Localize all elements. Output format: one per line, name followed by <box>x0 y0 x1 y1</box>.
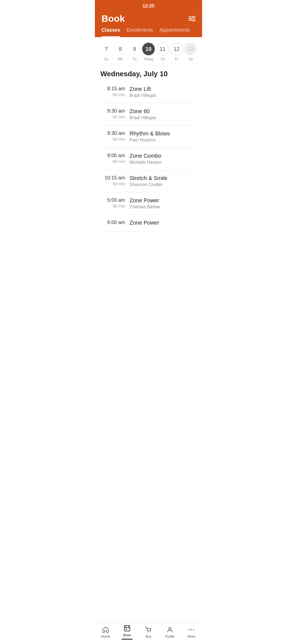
date-heading: Wednesday, July 10 <box>95 64 202 81</box>
class-item[interactable]: 6:00 am Zone Power <box>100 215 197 232</box>
class-name: Rhythm & Blows <box>130 130 197 137</box>
class-info: Zone 60 Bradi Villegas <box>130 108 197 120</box>
content-area: 7 Su 8 Mo 9 Tu 10 Today 11 Th 12 Fr 13 <box>95 37 202 257</box>
tab-bar: Classes Enrollments Appointments <box>95 24 202 37</box>
day-label-9: Tu <box>132 57 136 61</box>
svg-point-5 <box>193 20 195 21</box>
class-instructor: Pam Huckins <box>130 138 197 143</box>
day-number-12: 12 <box>170 43 183 55</box>
class-time-block: 9:30 am 60 min <box>100 108 125 119</box>
class-duration: 60 min <box>100 114 125 119</box>
day-number-10: 10 <box>142 43 155 55</box>
class-instructor: Shannon Coulter <box>130 182 197 187</box>
day-label-12: Fr <box>175 57 178 61</box>
calendar-day-13[interactable]: 13 Sa <box>184 43 197 61</box>
class-item[interactable]: 9:30 am 60 min Zone 60 Bradi Villegas <box>100 103 197 125</box>
class-info: Zone Lift Bradi Villegas <box>130 86 197 98</box>
class-info: Zone Power <box>130 220 197 227</box>
calendar-strip: 7 Su 8 Mo 9 Tu 10 Today 11 Th 12 Fr 13 <box>95 37 202 64</box>
class-item[interactable]: 10:15 am 60 min Stretch & Smile Shannon … <box>100 170 197 192</box>
class-duration: 60 min <box>100 159 125 164</box>
class-time: 9:30 am <box>100 108 125 114</box>
filter-button[interactable] <box>188 16 196 21</box>
class-info: Zone Power Chelsea Barlow <box>130 197 197 209</box>
class-instructor: Bradi Villegas <box>130 115 197 120</box>
class-time-block: 5:00 am 60 min <box>100 197 125 208</box>
day-label-7: Su <box>104 57 109 61</box>
class-instructor: Bradi Villegas <box>130 93 197 98</box>
class-instructor: Chelsea Barlow <box>130 204 197 209</box>
day-number-13: 13 <box>184 43 197 55</box>
svg-point-3 <box>190 18 191 20</box>
day-number-8: 8 <box>114 43 127 55</box>
day-label-10: Today <box>144 57 153 61</box>
class-name: Zone Lift <box>130 86 197 92</box>
day-label-13: Sa <box>188 57 193 61</box>
day-number-11: 11 <box>156 43 169 55</box>
class-info: Stretch & Smile Shannon Coulter <box>130 175 197 187</box>
class-name: Stretch & Smile <box>130 175 197 181</box>
class-name: Zone Power <box>130 197 197 204</box>
calendar-day-12[interactable]: 12 Fr <box>170 43 183 61</box>
page-title: Book <box>101 13 125 24</box>
tab-classes[interactable]: Classes <box>101 27 120 37</box>
class-list: 8:15 am 60 min Zone Lift Bradi Villegas … <box>95 81 202 232</box>
class-time-block: 9:30 am 60 min <box>100 130 125 141</box>
class-item[interactable]: 9:30 am 60 min Rhythm & Blows Pam Huckin… <box>100 125 197 148</box>
class-name: Zone Combo <box>130 153 197 159</box>
calendar-day-9[interactable]: 9 Tu <box>128 43 141 61</box>
calendar-day-8[interactable]: 8 Mo <box>114 43 127 61</box>
day-label-8: Mo <box>118 57 123 61</box>
calendar-day-11[interactable]: 11 Th <box>156 43 169 61</box>
class-duration: 60 min <box>100 181 125 186</box>
calendar-day-10[interactable]: 10 Today <box>142 43 155 61</box>
class-duration: 60 min <box>100 137 125 141</box>
class-instructor: Michelle Haslam <box>130 160 197 165</box>
class-duration: 60 min <box>100 92 125 97</box>
class-time-block: 9:00 am 60 min <box>100 153 125 164</box>
status-bar: 12:25 <box>95 0 202 11</box>
header: Book <box>95 11 202 24</box>
class-name: Zone Power <box>130 220 197 226</box>
class-time-block: 10:15 am 60 min <box>100 175 125 186</box>
tab-appointments[interactable]: Appointments <box>160 27 190 37</box>
class-time-block: 6:00 am <box>100 220 125 226</box>
class-item[interactable]: 9:00 am 60 min Zone Combo Michelle Hasla… <box>100 148 197 170</box>
day-number-9: 9 <box>128 43 141 55</box>
class-time: 5:00 am <box>100 197 125 203</box>
class-item[interactable]: 5:00 am 60 min Zone Power Chelsea Barlow <box>100 192 197 215</box>
class-time: 10:15 am <box>100 175 125 181</box>
tab-enrollments[interactable]: Enrollments <box>127 27 153 37</box>
class-duration: 60 min <box>100 204 125 208</box>
class-info: Zone Combo Michelle Haslam <box>130 153 197 165</box>
day-label-11: Th <box>161 57 165 61</box>
class-time: 8:15 am <box>100 86 125 92</box>
calendar-day-7[interactable]: 7 Su <box>100 43 113 61</box>
class-name: Zone 60 <box>130 108 197 114</box>
status-time: 12:25 <box>142 3 154 9</box>
day-number-7: 7 <box>100 43 113 55</box>
class-item[interactable]: 8:15 am 60 min Zone Lift Bradi Villegas <box>100 81 197 103</box>
class-info: Rhythm & Blows Pam Huckins <box>130 130 197 143</box>
class-time: 9:30 am <box>100 130 125 136</box>
class-time-block: 8:15 am 60 min <box>100 86 125 97</box>
class-time: 9:00 am <box>100 153 125 159</box>
class-time: 6:00 am <box>100 220 125 225</box>
svg-point-1 <box>193 16 194 18</box>
